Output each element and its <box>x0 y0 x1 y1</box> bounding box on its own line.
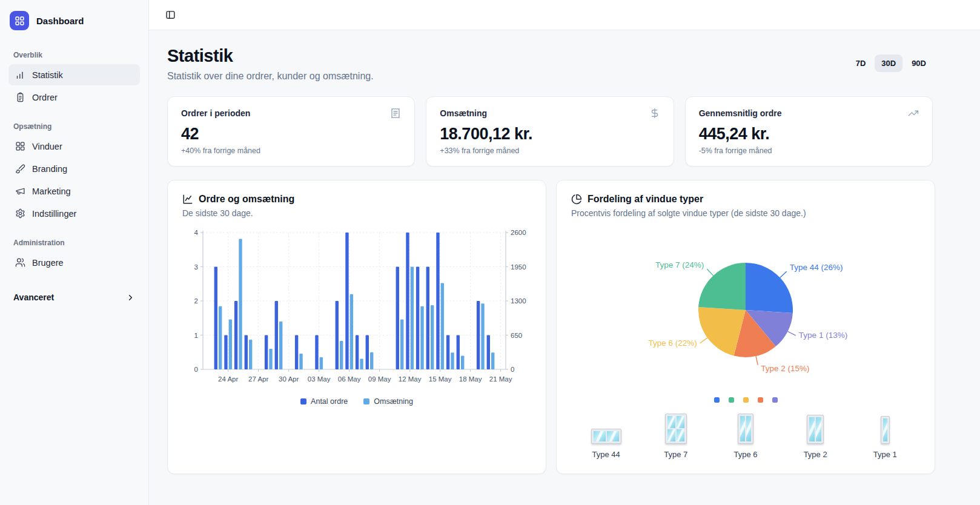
sidebar-section-label: Opsætning <box>8 119 140 134</box>
svg-text:0: 0 <box>194 366 198 373</box>
sidebar-toggle-icon[interactable] <box>162 7 178 23</box>
svg-text:1: 1 <box>194 332 198 339</box>
sidebar-item-statistik[interactable]: Statistik <box>8 64 140 85</box>
svg-text:2: 2 <box>194 297 198 305</box>
sidebar-item-marketing[interactable]: Marketing <box>8 180 140 202</box>
stat-card: Ordrer i perioden 42 +40% fra forrige må… <box>167 96 415 167</box>
window-image <box>807 415 824 444</box>
svg-text:Type 1 (13%): Type 1 (13%) <box>799 331 847 340</box>
svg-text:09 May: 09 May <box>368 375 391 383</box>
sidebar-item-label: Brugere <box>32 258 64 268</box>
window-pane <box>816 417 821 441</box>
dollar-icon <box>649 108 660 119</box>
stat-card: Gennemsnitlig ordre 445,24 kr. -5% fra f… <box>685 96 933 167</box>
legend-item: Antal ordre <box>300 397 348 406</box>
window-pane <box>677 416 684 428</box>
brand: Dashboard <box>8 7 140 36</box>
app-logo-icon <box>10 11 29 30</box>
bar-chart-title: Ordre og omsætning <box>199 194 294 205</box>
clipboard-icon <box>15 92 25 102</box>
bar-chart-icon <box>15 70 25 80</box>
range-button-30d[interactable]: 30D <box>875 54 902 72</box>
svg-text:Type 2 (15%): Type 2 (15%) <box>761 364 809 373</box>
svg-text:Type 44 (26%): Type 44 (26%) <box>790 263 843 272</box>
window-pane <box>809 417 815 441</box>
svg-text:18 May: 18 May <box>459 375 482 383</box>
legend-dot <box>729 397 734 403</box>
app-title: Dashboard <box>36 16 84 26</box>
svg-text:12 May: 12 May <box>399 375 422 383</box>
stat-card-value: 18.700,12 kr. <box>440 125 660 144</box>
window-type-thumb: Type 7 <box>649 414 703 459</box>
topbar <box>149 0 980 30</box>
sidebar-item-ordrer[interactable]: Ordrer <box>8 87 140 108</box>
range-button-7d[interactable]: 7D <box>849 54 873 72</box>
orders-revenue-chart-card: Ordre og omsætning De sidste 30 dage. 01… <box>167 180 546 474</box>
layout-grid-icon <box>15 141 25 151</box>
window-type-thumb: Type 6 <box>718 414 773 459</box>
sidebar-item-label: Statistik <box>32 70 63 80</box>
stat-cards-row: Ordrer i perioden 42 +40% fra forrige må… <box>167 96 933 167</box>
advanced-label: Avanceret <box>13 292 54 302</box>
window-pane <box>677 429 684 441</box>
sidebar-section: OverblikStatistikOrdrer <box>8 47 140 108</box>
window-types-chart-card: Fordeling af vindue typer Procentvis for… <box>556 180 935 474</box>
window-image <box>881 416 890 444</box>
svg-text:03 May: 03 May <box>308 375 331 383</box>
sidebar-item-label: Ordrer <box>32 93 58 102</box>
window-pane <box>883 418 887 441</box>
window-pane <box>667 416 675 428</box>
gear-icon <box>15 208 25 219</box>
legend-swatch <box>300 398 306 404</box>
sidebar-item-avanceret[interactable]: Avanceret <box>8 289 140 306</box>
svg-text:21 May: 21 May <box>489 375 512 383</box>
window-pane <box>740 416 745 441</box>
bar-chart-subtitle: De sidste 30 dage. <box>182 208 531 218</box>
window-type-thumb: Type 2 <box>788 415 843 459</box>
stat-card-title: Omsætning <box>440 108 487 118</box>
trending-up-icon <box>908 108 919 119</box>
stat-card-value: 445,24 kr. <box>699 125 919 144</box>
window-type-label: Type 7 <box>664 450 687 459</box>
window-type-label: Type 6 <box>733 450 757 459</box>
sidebar-item-vinduer[interactable]: Vinduer <box>8 136 140 157</box>
window-image <box>665 414 687 444</box>
users-icon <box>15 257 25 268</box>
window-pane <box>607 431 619 441</box>
stat-card-change: +40% fra forrige måned <box>181 147 401 155</box>
sidebar-section: AdministrationBrugere <box>8 235 140 273</box>
legend-dot <box>714 397 720 403</box>
app-root: Dashboard OverblikStatistikOrdrerOpsætni… <box>0 0 980 505</box>
window-pane <box>667 429 675 441</box>
svg-text:3: 3 <box>194 263 198 271</box>
page-content: Statistik Statistik over dine ordrer, ku… <box>149 30 980 505</box>
sidebar-item-indstillinger[interactable]: Indstillinger <box>8 203 140 224</box>
sidebar-section-label: Overblik <box>8 47 140 63</box>
svg-text:650: 650 <box>511 332 522 339</box>
legend-item: Omsætning <box>363 397 413 406</box>
sidebar-item-label: Indstillinger <box>32 209 76 219</box>
sidebar-item-brugere[interactable]: Brugere <box>8 252 140 273</box>
window-image <box>738 414 753 444</box>
sidebar-nav: OverblikStatistikOrdrerOpsætningVinduerB… <box>8 36 140 273</box>
svg-text:30 Apr: 30 Apr <box>279 375 299 383</box>
svg-text:27 Apr: 27 Apr <box>248 375 268 383</box>
range-button-90d[interactable]: 90D <box>905 54 933 72</box>
bar-chart-legend: Antal ordreOmsætning <box>182 397 531 406</box>
stat-card-value: 42 <box>181 125 401 144</box>
window-types-pie-chart: Type 44 (26%)Type 1 (13%)Type 2 (15%)Typ… <box>571 219 920 394</box>
brush-icon <box>15 163 25 174</box>
window-type-label: Type 2 <box>804 450 827 459</box>
sidebar-item-branding[interactable]: Branding <box>8 158 140 179</box>
stat-card: Omsætning 18.700,12 kr. +33% fra forrige… <box>426 96 674 167</box>
pie-chart-icon <box>571 194 582 205</box>
legend-label: Antal ordre <box>311 397 348 406</box>
legend-dot <box>758 397 763 403</box>
window-type-thumb: Type 44 <box>579 429 634 459</box>
receipt-icon <box>390 108 401 119</box>
legend-dot <box>743 397 749 403</box>
stat-card-change: +33% fra forrige måned <box>440 147 660 155</box>
page-subtitle: Statistik over dine ordrer, kunder og om… <box>167 71 374 82</box>
stat-card-title: Ordrer i perioden <box>181 108 250 118</box>
svg-text:1950: 1950 <box>511 263 526 271</box>
